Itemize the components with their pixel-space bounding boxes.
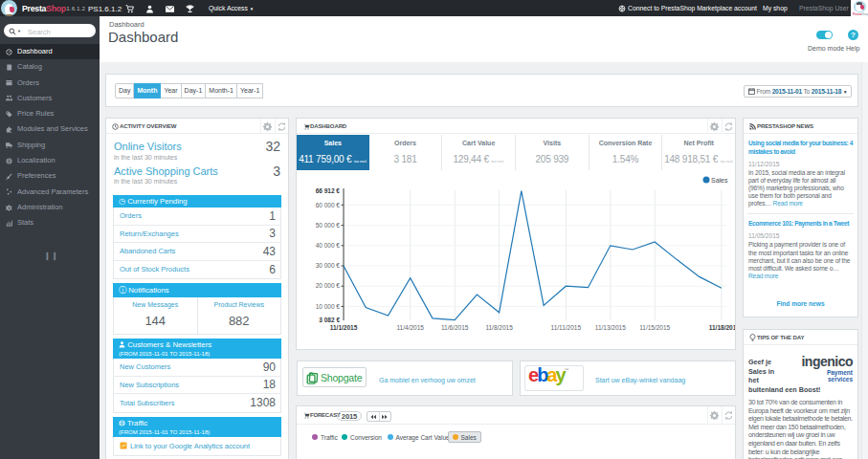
svg-text:60 000 €: 60 000 €	[316, 202, 341, 208]
svg-text:11/4/2015: 11/4/2015	[396, 324, 424, 331]
svg-text:11/8/2015: 11/8/2015	[485, 324, 513, 331]
svg-text:11/1/2015: 11/1/2015	[330, 324, 358, 331]
svg-text:11/6/2015: 11/6/2015	[441, 324, 469, 331]
svg-text:66 912 €: 66 912 €	[316, 187, 341, 194]
svg-text:11/11/2015: 11/11/2015	[551, 324, 582, 331]
svg-text:50 000 €: 50 000 €	[316, 222, 341, 229]
svg-text:3 082 €: 3 082 €	[319, 317, 340, 323]
svg-text:11/15/2015: 11/15/2015	[639, 324, 670, 331]
svg-text:20 000 €: 20 000 €	[316, 282, 341, 289]
svg-text:40 000 €: 40 000 €	[316, 242, 341, 249]
svg-text:10 000 €: 10 000 €	[316, 303, 341, 310]
svg-text:11/13/2015: 11/13/2015	[595, 324, 626, 331]
svg-text:11/18/201: 11/18/201	[709, 324, 735, 331]
svg-text:30 000 €: 30 000 €	[316, 262, 341, 269]
svg-text:Sales: Sales	[711, 177, 728, 184]
